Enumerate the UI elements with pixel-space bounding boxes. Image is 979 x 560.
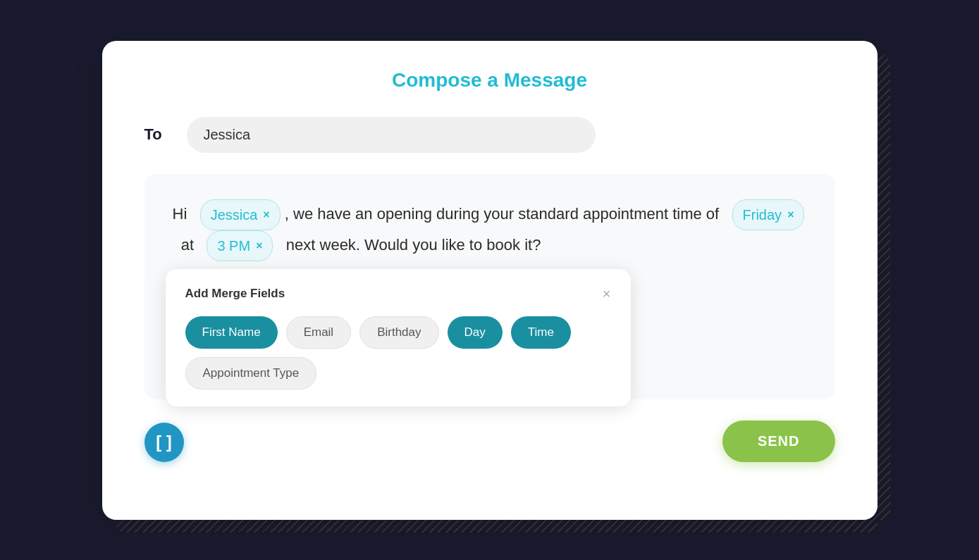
to-label: To xyxy=(144,125,173,144)
bracket-icon: [ ] xyxy=(156,433,172,452)
merge-fields-buttons: First Name Email Birthday Day Time Appoi… xyxy=(185,316,611,390)
merge-btn-first-name[interactable]: First Name xyxy=(185,316,278,349)
to-row: To xyxy=(144,117,835,153)
outer-container: Compose a Message To Hi Jessica × , we h… xyxy=(102,41,878,520)
friday-tag[interactable]: Friday × xyxy=(732,199,805,230)
merge-btn-time[interactable]: Time xyxy=(511,316,571,349)
bottom-row: [ ] SEND xyxy=(144,413,835,462)
merge-btn-day[interactable]: Day xyxy=(448,316,503,349)
send-button[interactable]: SEND xyxy=(722,421,835,462)
to-input[interactable] xyxy=(187,117,596,153)
message-body: Hi Jessica × , we have an opening during… xyxy=(144,174,835,399)
bracket-button[interactable]: [ ] xyxy=(144,423,184,462)
merge-fields-popup: Add Merge Fields × First Name Email Birt… xyxy=(166,269,631,406)
merge-fields-close-button[interactable]: × xyxy=(603,286,611,302)
message-part1: , we have an opening during your standar… xyxy=(285,204,719,222)
hi-text: Hi xyxy=(173,204,187,222)
time-tag[interactable]: 3 PM × xyxy=(207,230,273,261)
jessica-tag-close[interactable]: × xyxy=(263,205,269,224)
time-tag-close[interactable]: × xyxy=(256,236,262,255)
merge-btn-appointment-type[interactable]: Appointment Type xyxy=(185,357,317,390)
jessica-tag[interactable]: Jessica × xyxy=(200,199,281,230)
compose-card: Compose a Message To Hi Jessica × , we h… xyxy=(102,41,878,520)
merge-btn-email[interactable]: Email xyxy=(286,316,352,349)
friday-tag-close[interactable]: × xyxy=(787,205,794,224)
merge-btn-birthday[interactable]: Birthday xyxy=(359,316,438,349)
message-text: Hi Jessica × , we have an opening during… xyxy=(173,199,807,261)
merge-fields-title: Add Merge Fields xyxy=(185,287,285,301)
at-text: at xyxy=(181,235,194,253)
message-part2: next week. Would you like to book it? xyxy=(286,235,541,253)
card-title: Compose a Message xyxy=(144,69,835,92)
merge-fields-header: Add Merge Fields × xyxy=(185,286,611,302)
